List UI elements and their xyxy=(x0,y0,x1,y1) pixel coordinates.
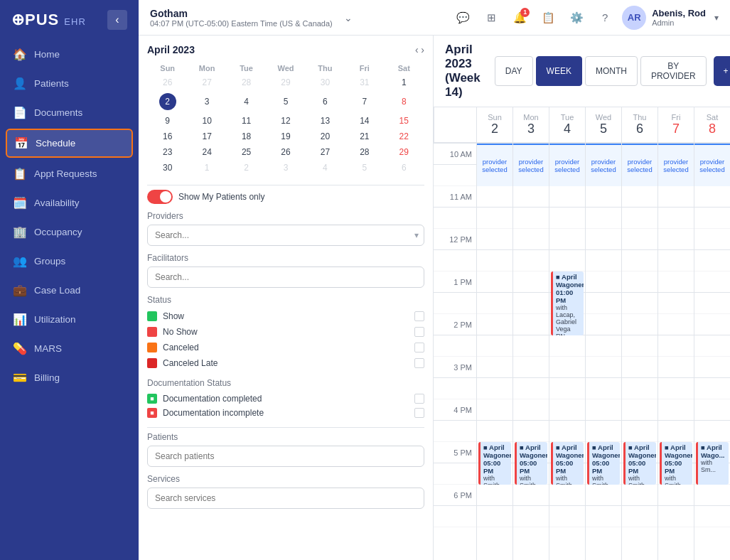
day-slot[interactable] xyxy=(658,208,694,229)
sidebar-item-documents[interactable]: 📄 Documents xyxy=(0,98,139,127)
day-slot[interactable] xyxy=(513,186,549,208)
day-slot[interactable] xyxy=(549,250,585,271)
mini-cal-day[interactable]: 2 xyxy=(227,161,265,175)
mini-cal-day[interactable]: 14 xyxy=(345,114,383,128)
mini-cal-day[interactable]: 18 xyxy=(227,129,265,144)
status-checkbox[interactable] xyxy=(414,358,424,368)
day-slot[interactable] xyxy=(477,250,512,271)
day-slot[interactable] xyxy=(622,335,657,357)
day-slot[interactable] xyxy=(658,186,694,208)
mini-cal-day[interactable]: 27 xyxy=(188,75,225,90)
mini-cal-prev[interactable]: ‹ xyxy=(415,44,419,55)
calendar-event[interactable]: ■ April Wagoner, 05:00 PM with Smith, St… xyxy=(660,442,692,485)
status-checkbox[interactable] xyxy=(414,311,424,321)
doc-status-checkbox[interactable] xyxy=(414,394,424,404)
day-slot[interactable] xyxy=(622,314,657,335)
sidebar-item-home[interactable]: 🏠 Home xyxy=(0,40,139,69)
day-slot[interactable] xyxy=(513,399,549,421)
day-slot[interactable] xyxy=(622,421,657,442)
mini-cal-day[interactable]: 4 xyxy=(306,161,344,175)
day-slot[interactable] xyxy=(549,378,585,399)
day-slot[interactable] xyxy=(586,186,621,208)
mini-cal-day[interactable]: 29 xyxy=(385,145,423,159)
day-slot[interactable] xyxy=(513,335,549,357)
sidebar-item-groups[interactable]: 👥 Groups xyxy=(0,247,139,276)
day-slot[interactable] xyxy=(513,229,549,250)
day-slot[interactable] xyxy=(694,229,730,250)
day-slot[interactable] xyxy=(586,485,621,506)
mini-cal-day[interactable]: 21 xyxy=(345,129,383,144)
day-slot[interactable] xyxy=(549,506,585,527)
help-button[interactable]: ? xyxy=(594,6,616,29)
sidebar-item-patients[interactable]: 👤 Patients xyxy=(0,69,139,98)
mini-cal-day[interactable]: 4 xyxy=(227,91,265,112)
mini-cal-day[interactable]: 30 xyxy=(306,75,344,90)
day-slot[interactable] xyxy=(694,293,730,314)
sidebar-item-mars[interactable]: 💊 MARS xyxy=(0,334,139,363)
day-slot[interactable] xyxy=(477,378,512,399)
mini-cal-day[interactable]: 9 xyxy=(149,114,186,128)
calendar-event[interactable]: ■ April Wago... with Sm... xyxy=(696,442,729,485)
day-slot[interactable] xyxy=(694,378,730,399)
mini-cal-day[interactable]: 31 xyxy=(345,75,383,90)
clipboard-button[interactable]: 📋 xyxy=(537,6,559,29)
day-slot[interactable] xyxy=(694,485,730,506)
day-slot[interactable] xyxy=(622,485,657,506)
day-slot[interactable] xyxy=(513,357,549,378)
day-slot[interactable] xyxy=(513,421,549,442)
day-slot[interactable] xyxy=(477,271,512,293)
mini-cal-day[interactable]: 28 xyxy=(345,145,383,159)
day-slot[interactable] xyxy=(477,485,512,506)
day-slot[interactable] xyxy=(586,421,621,442)
view-btn-month[interactable]: MONTH xyxy=(585,56,638,86)
location-chevron-icon[interactable]: ⌄ xyxy=(344,12,353,23)
day-slot[interactable] xyxy=(658,250,694,271)
day-slot[interactable] xyxy=(586,293,621,314)
user-info[interactable]: AR Abenis, Rod Admin ▾ xyxy=(622,6,719,30)
calendar-event[interactable]: ■ April Wagoner, 01:00 PM with Lacap, Ga… xyxy=(551,271,584,335)
view-btn-week[interactable]: WEEK xyxy=(536,56,582,86)
day-slot[interactable] xyxy=(694,271,730,293)
day-slot[interactable] xyxy=(477,186,512,208)
patients-input[interactable] xyxy=(147,446,424,467)
mini-cal-day[interactable]: 25 xyxy=(227,145,265,159)
mini-cal-day[interactable]: 22 xyxy=(385,129,423,144)
mini-cal-day[interactable]: 13 xyxy=(306,114,344,128)
view-btn-day[interactable]: DAY xyxy=(495,56,533,86)
day-slot[interactable] xyxy=(586,335,621,357)
new-event-button[interactable]: + NEW EVENT xyxy=(714,56,730,86)
mini-cal-day[interactable]: 24 xyxy=(188,145,225,159)
mini-cal-day[interactable]: 20 xyxy=(306,129,344,144)
day-slot[interactable] xyxy=(622,186,657,208)
sidebar-item-case-load[interactable]: 💼 Case Load xyxy=(0,276,139,305)
day-slot[interactable] xyxy=(513,485,549,506)
day-slot[interactable] xyxy=(658,399,694,421)
day-slot[interactable] xyxy=(549,335,585,357)
status-checkbox[interactable] xyxy=(414,327,424,337)
mini-cal-day[interactable]: 8 xyxy=(385,91,423,112)
day-slot[interactable] xyxy=(513,271,549,293)
mini-cal-day[interactable]: 1 xyxy=(385,75,423,90)
settings-button[interactable]: ⚙️ xyxy=(565,6,588,29)
sidebar-item-utilization[interactable]: 📊 Utilization xyxy=(0,305,139,334)
day-slot[interactable] xyxy=(513,314,549,335)
mini-cal-day[interactable]: 19 xyxy=(267,129,304,144)
day-slot[interactable] xyxy=(549,208,585,229)
day-slot[interactable] xyxy=(658,314,694,335)
sidebar-item-occupancy[interactable]: 🏢 Occupancy xyxy=(0,217,139,247)
day-slot[interactable] xyxy=(622,250,657,271)
day-slot[interactable] xyxy=(586,229,621,250)
mini-cal-day[interactable]: 7 xyxy=(345,91,383,112)
day-slot[interactable] xyxy=(513,208,549,229)
sidebar-item-billing[interactable]: 💳 Billing xyxy=(0,363,139,392)
mini-cal-day[interactable]: 26 xyxy=(149,75,186,90)
day-slot[interactable] xyxy=(658,357,694,378)
day-slot[interactable] xyxy=(477,293,512,314)
day-slot[interactable] xyxy=(658,229,694,250)
day-slot[interactable] xyxy=(477,229,512,250)
mini-cal-day[interactable]: 3 xyxy=(267,161,304,175)
chat-button[interactable]: 💬 xyxy=(451,6,474,29)
calendar-event[interactable]: ■ April Wagoner, 05:00 PM with Smith, St… xyxy=(515,442,547,485)
mini-cal-day[interactable]: 2 xyxy=(149,91,186,112)
day-slot[interactable] xyxy=(694,399,730,421)
